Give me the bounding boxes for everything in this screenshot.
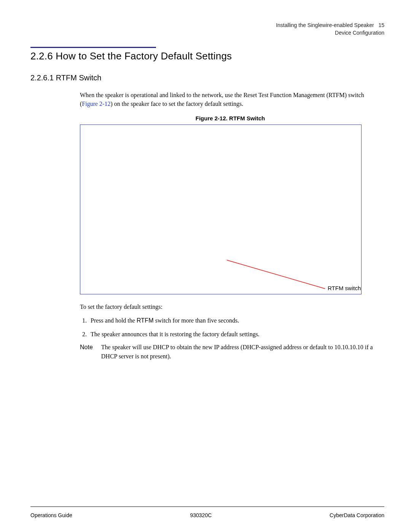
subsection-heading: 2.2.6.1 RTFM Switch [30,73,384,82]
figure-box: RTFM switch [80,125,362,294]
body-content: When the speaker is operational and link… [80,91,381,361]
step2-text: The speaker announces that it is restori… [91,331,260,337]
figure-callout-label: RTFM switch [328,285,361,291]
step1-rtfm-term: RTFM [137,317,154,324]
document-page: Installing the Singlewire-enabled Speake… [0,0,411,532]
step-item-2: The speaker announces that it is restori… [88,329,381,339]
footer-left: Operations Guide [30,512,72,518]
footer-center: 930320C [190,512,212,518]
note-block: Note The speaker will use DHCP to obtain… [80,343,381,361]
svg-line-0 [227,260,325,289]
figure-cross-reference[interactable]: Figure 2-12 [82,101,110,107]
callout-leader-line [80,125,362,295]
steps-lead-in: To set the factory default settings: [80,304,381,310]
footer-right: CyberData Corporation [330,512,384,518]
running-header: Installing the Singlewire-enabled Speake… [30,21,384,37]
note-label: Note [80,343,93,361]
page-footer: Operations Guide 930320C CyberData Corpo… [30,512,384,518]
running-header-page-number: 15 [378,22,384,28]
step-item-1: Press and hold the RTFM switch for more … [88,316,381,326]
step1-pre: Press and hold the [91,317,137,324]
subsection-title: RTFM Switch [56,73,102,82]
note-text: The speaker will use DHCP to obtain the … [101,343,381,361]
intro-post: ) on the speaker face to set the factory… [110,101,243,107]
step1-post: switch for more than five seconds. [154,317,239,324]
section-number: 2.2.6 [30,50,53,62]
subsection-number: 2.2.6.1 [30,73,54,82]
running-header-subtitle: Device Configuration [335,30,384,36]
steps-list: Press and hold the RTFM switch for more … [88,316,381,339]
section-title: How to Set the Factory Default Settings [56,50,232,62]
figure-caption: Figure 2-12. RTFM Switch [80,115,381,121]
section-rule [30,47,156,48]
running-header-title: Installing the Singlewire-enabled Speake… [276,22,374,28]
intro-paragraph: When the speaker is operational and link… [80,91,381,108]
section-heading: 2.2.6 How to Set the Factory Default Set… [30,50,384,62]
footer-rule [30,506,384,507]
